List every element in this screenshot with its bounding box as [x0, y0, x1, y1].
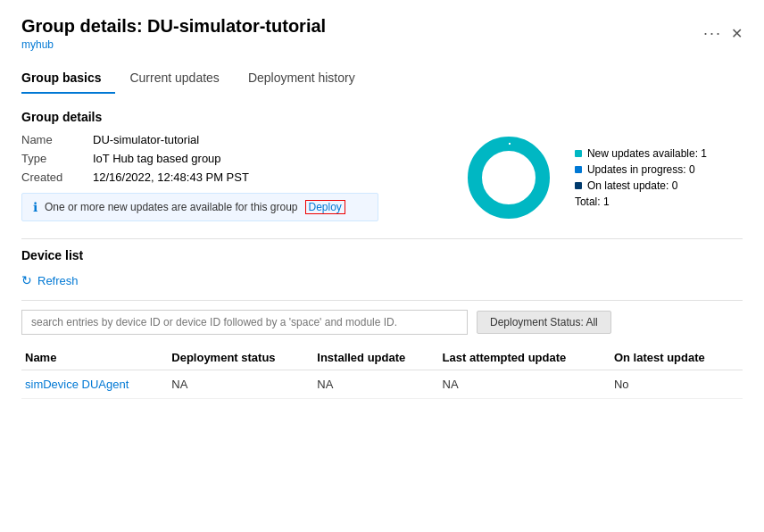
- col-header-last-attempted: Last attempted update: [443, 345, 614, 370]
- divider: [21, 238, 743, 239]
- legend-item-progress: Updates in progress: 0: [575, 163, 707, 176]
- device-name-link[interactable]: simDevice DUAgent: [21, 370, 171, 399]
- search-input[interactable]: [21, 310, 468, 335]
- refresh-icon: ↻: [21, 273, 32, 287]
- legend-dot-progress: [575, 166, 582, 173]
- close-icon[interactable]: ✕: [731, 25, 743, 42]
- device-list-title: Device list: [21, 248, 743, 262]
- info-banner: ℹ One or more new updates are available …: [21, 193, 378, 221]
- detail-row-created: Created 12/16/2022, 12:48:43 PM PST: [21, 170, 464, 184]
- value-created: 12/16/2022, 12:48:43 PM PST: [93, 170, 249, 184]
- legend-dot-latest: [575, 182, 582, 189]
- info-icon: ℹ: [33, 200, 37, 214]
- legend-label-total: Total: 1: [575, 195, 610, 208]
- panel-body: Group details Name DU-simulator-tutorial…: [0, 94, 764, 532]
- legend-label-latest: On latest update: 0: [587, 179, 677, 192]
- value-type: IoT Hub tag based group: [93, 152, 221, 165]
- table-header-row: Name Deployment status Installed update …: [21, 345, 743, 370]
- col-header-installed-update: Installed update: [317, 345, 442, 370]
- tabs: Group basics Current updates Deployment …: [21, 63, 743, 94]
- subtitle-link[interactable]: myhub: [21, 38, 326, 51]
- panel-header: Group details: DU-simulator-tutorial myh…: [0, 0, 764, 94]
- col-header-on-latest: On latest update: [614, 345, 743, 370]
- legend-label-progress: Updates in progress: 0: [587, 163, 695, 176]
- group-details-layout: Name DU-simulator-tutorial Type IoT Hub …: [21, 133, 743, 222]
- table-row: simDevice DUAgent NA NA NA No: [21, 370, 743, 399]
- tab-group-basics[interactable]: Group basics: [21, 63, 115, 94]
- panel-title-actions: ··· ✕: [703, 24, 743, 43]
- legend-item-latest: On latest update: 0: [575, 179, 707, 192]
- device-on-latest: No: [614, 370, 743, 399]
- device-last-attempted: NA: [443, 370, 614, 399]
- label-type: Type: [21, 152, 93, 165]
- label-created: Created: [21, 170, 93, 184]
- group-details-title: Group details: [21, 110, 743, 124]
- tab-current-updates[interactable]: Current updates: [129, 63, 233, 94]
- col-header-deployment-status: Deployment status: [171, 345, 317, 370]
- legend-dot-new: [575, 150, 582, 157]
- info-text: One or more new updates are available fo…: [45, 201, 298, 213]
- device-deployment-status: NA: [171, 370, 317, 399]
- legend: New updates available: 1 Updates in prog…: [575, 147, 707, 208]
- col-header-name: Name: [21, 345, 171, 370]
- search-filter-row: Deployment Status: All: [21, 310, 743, 335]
- label-name: Name: [21, 133, 93, 146]
- refresh-button[interactable]: ↻ Refresh: [21, 270, 79, 291]
- deploy-link[interactable]: Deploy: [305, 200, 345, 214]
- panel-title: Group details: DU-simulator-tutorial myh…: [21, 16, 326, 51]
- detail-row-name: Name DU-simulator-tutorial: [21, 133, 464, 146]
- divider-2: [21, 300, 743, 301]
- value-name: DU-simulator-tutorial: [93, 133, 199, 146]
- donut-chart: [464, 133, 553, 222]
- legend-item-total: Total: 1: [575, 195, 707, 208]
- detail-row-type: Type IoT Hub tag based group: [21, 152, 464, 165]
- more-options-icon[interactable]: ···: [703, 24, 722, 43]
- device-table: Name Deployment status Installed update …: [21, 345, 743, 399]
- group-details-right: New updates available: 1 Updates in prog…: [464, 133, 707, 222]
- legend-label-new: New updates available: 1: [587, 147, 707, 160]
- legend-item-new: New updates available: 1: [575, 147, 707, 160]
- refresh-label: Refresh: [37, 274, 79, 287]
- group-details-left: Name DU-simulator-tutorial Type IoT Hub …: [21, 133, 464, 221]
- device-installed-update: NA: [317, 370, 442, 399]
- tab-deployment-history[interactable]: Deployment history: [248, 63, 370, 94]
- deployment-status-filter[interactable]: Deployment Status: All: [477, 311, 611, 334]
- panel: Group details: DU-simulator-tutorial myh…: [0, 0, 764, 532]
